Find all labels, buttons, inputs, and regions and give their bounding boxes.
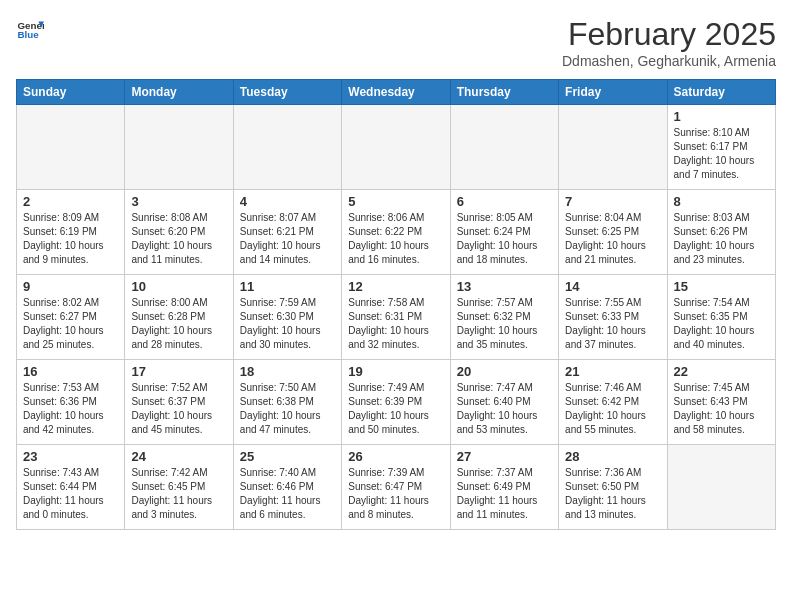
day-number: 6	[457, 194, 552, 209]
day-info: Sunrise: 7:47 AM Sunset: 6:40 PM Dayligh…	[457, 381, 552, 437]
calendar-cell: 7Sunrise: 8:04 AM Sunset: 6:25 PM Daylig…	[559, 190, 667, 275]
day-number: 5	[348, 194, 443, 209]
day-number: 12	[348, 279, 443, 294]
calendar-header-row: SundayMondayTuesdayWednesdayThursdayFrid…	[17, 80, 776, 105]
calendar-cell: 15Sunrise: 7:54 AM Sunset: 6:35 PM Dayli…	[667, 275, 775, 360]
day-info: Sunrise: 7:59 AM Sunset: 6:30 PM Dayligh…	[240, 296, 335, 352]
calendar-cell: 17Sunrise: 7:52 AM Sunset: 6:37 PM Dayli…	[125, 360, 233, 445]
calendar-cell: 22Sunrise: 7:45 AM Sunset: 6:43 PM Dayli…	[667, 360, 775, 445]
location: Ddmashen, Gegharkunik, Armenia	[562, 53, 776, 69]
day-number: 20	[457, 364, 552, 379]
day-info: Sunrise: 7:58 AM Sunset: 6:31 PM Dayligh…	[348, 296, 443, 352]
day-number: 28	[565, 449, 660, 464]
column-header-friday: Friday	[559, 80, 667, 105]
column-header-sunday: Sunday	[17, 80, 125, 105]
day-info: Sunrise: 7:43 AM Sunset: 6:44 PM Dayligh…	[23, 466, 118, 522]
day-number: 16	[23, 364, 118, 379]
day-info: Sunrise: 7:45 AM Sunset: 6:43 PM Dayligh…	[674, 381, 769, 437]
day-number: 11	[240, 279, 335, 294]
day-number: 15	[674, 279, 769, 294]
day-info: Sunrise: 7:57 AM Sunset: 6:32 PM Dayligh…	[457, 296, 552, 352]
calendar-cell: 14Sunrise: 7:55 AM Sunset: 6:33 PM Dayli…	[559, 275, 667, 360]
day-number: 14	[565, 279, 660, 294]
calendar-cell: 12Sunrise: 7:58 AM Sunset: 6:31 PM Dayli…	[342, 275, 450, 360]
calendar-cell: 6Sunrise: 8:05 AM Sunset: 6:24 PM Daylig…	[450, 190, 558, 275]
day-number: 1	[674, 109, 769, 124]
day-info: Sunrise: 8:06 AM Sunset: 6:22 PM Dayligh…	[348, 211, 443, 267]
day-info: Sunrise: 8:08 AM Sunset: 6:20 PM Dayligh…	[131, 211, 226, 267]
day-info: Sunrise: 8:07 AM Sunset: 6:21 PM Dayligh…	[240, 211, 335, 267]
day-number: 25	[240, 449, 335, 464]
day-info: Sunrise: 7:49 AM Sunset: 6:39 PM Dayligh…	[348, 381, 443, 437]
calendar-cell	[450, 105, 558, 190]
week-row-5: 23Sunrise: 7:43 AM Sunset: 6:44 PM Dayli…	[17, 445, 776, 530]
calendar-cell: 24Sunrise: 7:42 AM Sunset: 6:45 PM Dayli…	[125, 445, 233, 530]
calendar-cell: 8Sunrise: 8:03 AM Sunset: 6:26 PM Daylig…	[667, 190, 775, 275]
day-number: 26	[348, 449, 443, 464]
column-header-saturday: Saturday	[667, 80, 775, 105]
calendar-cell: 3Sunrise: 8:08 AM Sunset: 6:20 PM Daylig…	[125, 190, 233, 275]
calendar-cell: 2Sunrise: 8:09 AM Sunset: 6:19 PM Daylig…	[17, 190, 125, 275]
day-number: 13	[457, 279, 552, 294]
day-info: Sunrise: 8:10 AM Sunset: 6:17 PM Dayligh…	[674, 126, 769, 182]
day-number: 24	[131, 449, 226, 464]
calendar-cell	[342, 105, 450, 190]
calendar-cell: 10Sunrise: 8:00 AM Sunset: 6:28 PM Dayli…	[125, 275, 233, 360]
calendar-cell: 4Sunrise: 8:07 AM Sunset: 6:21 PM Daylig…	[233, 190, 341, 275]
calendar-cell: 16Sunrise: 7:53 AM Sunset: 6:36 PM Dayli…	[17, 360, 125, 445]
calendar-cell: 20Sunrise: 7:47 AM Sunset: 6:40 PM Dayli…	[450, 360, 558, 445]
week-row-2: 2Sunrise: 8:09 AM Sunset: 6:19 PM Daylig…	[17, 190, 776, 275]
calendar-cell: 27Sunrise: 7:37 AM Sunset: 6:49 PM Dayli…	[450, 445, 558, 530]
day-number: 8	[674, 194, 769, 209]
day-number: 19	[348, 364, 443, 379]
page-header: General Blue February 2025 Ddmashen, Geg…	[16, 16, 776, 69]
day-number: 7	[565, 194, 660, 209]
week-row-1: 1Sunrise: 8:10 AM Sunset: 6:17 PM Daylig…	[17, 105, 776, 190]
calendar-cell: 5Sunrise: 8:06 AM Sunset: 6:22 PM Daylig…	[342, 190, 450, 275]
calendar-cell: 23Sunrise: 7:43 AM Sunset: 6:44 PM Dayli…	[17, 445, 125, 530]
day-info: Sunrise: 7:42 AM Sunset: 6:45 PM Dayligh…	[131, 466, 226, 522]
day-info: Sunrise: 7:55 AM Sunset: 6:33 PM Dayligh…	[565, 296, 660, 352]
day-number: 21	[565, 364, 660, 379]
day-number: 2	[23, 194, 118, 209]
calendar-cell: 28Sunrise: 7:36 AM Sunset: 6:50 PM Dayli…	[559, 445, 667, 530]
month-title: February 2025	[562, 16, 776, 53]
column-header-wednesday: Wednesday	[342, 80, 450, 105]
day-number: 27	[457, 449, 552, 464]
day-info: Sunrise: 8:04 AM Sunset: 6:25 PM Dayligh…	[565, 211, 660, 267]
week-row-3: 9Sunrise: 8:02 AM Sunset: 6:27 PM Daylig…	[17, 275, 776, 360]
day-info: Sunrise: 7:52 AM Sunset: 6:37 PM Dayligh…	[131, 381, 226, 437]
calendar-table: SundayMondayTuesdayWednesdayThursdayFrid…	[16, 79, 776, 530]
day-info: Sunrise: 8:02 AM Sunset: 6:27 PM Dayligh…	[23, 296, 118, 352]
calendar-cell	[125, 105, 233, 190]
day-info: Sunrise: 8:09 AM Sunset: 6:19 PM Dayligh…	[23, 211, 118, 267]
day-number: 22	[674, 364, 769, 379]
calendar-cell: 21Sunrise: 7:46 AM Sunset: 6:42 PM Dayli…	[559, 360, 667, 445]
day-info: Sunrise: 7:40 AM Sunset: 6:46 PM Dayligh…	[240, 466, 335, 522]
day-number: 18	[240, 364, 335, 379]
day-number: 3	[131, 194, 226, 209]
calendar-cell: 13Sunrise: 7:57 AM Sunset: 6:32 PM Dayli…	[450, 275, 558, 360]
day-number: 9	[23, 279, 118, 294]
day-info: Sunrise: 8:03 AM Sunset: 6:26 PM Dayligh…	[674, 211, 769, 267]
day-info: Sunrise: 8:00 AM Sunset: 6:28 PM Dayligh…	[131, 296, 226, 352]
column-header-monday: Monday	[125, 80, 233, 105]
svg-text:Blue: Blue	[17, 29, 39, 40]
day-number: 17	[131, 364, 226, 379]
day-info: Sunrise: 7:54 AM Sunset: 6:35 PM Dayligh…	[674, 296, 769, 352]
calendar-cell: 25Sunrise: 7:40 AM Sunset: 6:46 PM Dayli…	[233, 445, 341, 530]
column-header-thursday: Thursday	[450, 80, 558, 105]
calendar-cell: 11Sunrise: 7:59 AM Sunset: 6:30 PM Dayli…	[233, 275, 341, 360]
day-info: Sunrise: 7:46 AM Sunset: 6:42 PM Dayligh…	[565, 381, 660, 437]
logo-icon: General Blue	[16, 16, 44, 44]
calendar-cell	[17, 105, 125, 190]
day-info: Sunrise: 7:36 AM Sunset: 6:50 PM Dayligh…	[565, 466, 660, 522]
calendar-cell	[233, 105, 341, 190]
logo: General Blue	[16, 16, 44, 44]
day-info: Sunrise: 7:53 AM Sunset: 6:36 PM Dayligh…	[23, 381, 118, 437]
calendar-cell: 18Sunrise: 7:50 AM Sunset: 6:38 PM Dayli…	[233, 360, 341, 445]
day-number: 23	[23, 449, 118, 464]
calendar-cell: 19Sunrise: 7:49 AM Sunset: 6:39 PM Dayli…	[342, 360, 450, 445]
week-row-4: 16Sunrise: 7:53 AM Sunset: 6:36 PM Dayli…	[17, 360, 776, 445]
calendar-cell	[559, 105, 667, 190]
